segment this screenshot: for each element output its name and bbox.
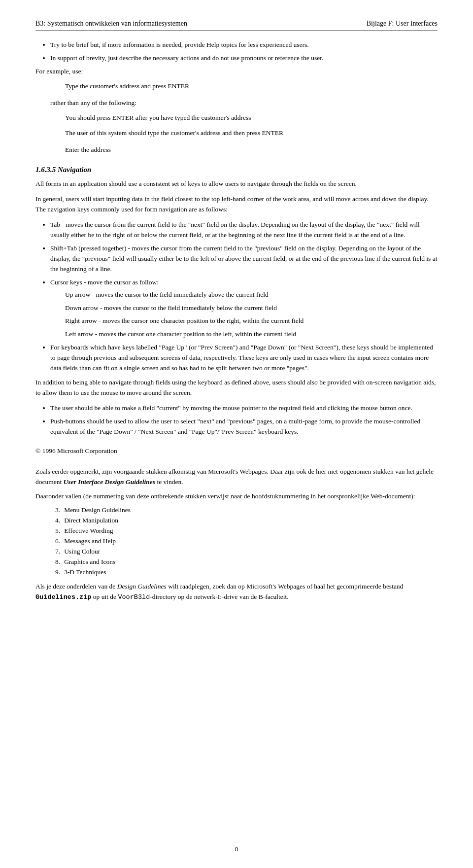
list-item: 3. Menu Design Guidelines [55,505,131,516]
cursor-keys-sublist: Up arrow - moves the cursor to the field… [65,290,438,340]
section-p1: All forms in an application should use a… [35,179,438,189]
section-title: Navigation [58,166,91,174]
example-use: Type the customer's address and press EN… [65,80,438,92]
header-left: B3: Systematisch ontwikkelen van informa… [35,20,187,28]
list-item: Try to be brief but, if more information… [50,40,438,50]
page-header: B3: Systematisch ontwikkelen van informa… [35,20,438,31]
nav-p3-bullet-list: The user should be able to make a field … [50,403,438,437]
dutch-section: Zoals eerder opgemerkt, zijn voorgaande … [35,467,438,603]
list-item: Left arrow - moves the cursor one charac… [65,329,438,340]
numbered-list-table: 3. Menu Design Guidelines 4. Direct Mani… [55,505,131,577]
list-item: 9. 3-D Techniques [55,567,131,578]
list-item: In support of brevity, just describe the… [50,53,438,64]
dutch-p3: Als je deze onderdelen van de Design Gui… [35,582,438,603]
page-number: 8 [235,845,238,853]
dutch-p1: Zoals eerder opgemerkt, zijn voorgaande … [35,467,438,487]
example-block: Type the customer's address and press EN… [65,80,438,156]
list-item: Shift+Tab (pressed together) - moves the… [50,243,438,275]
list-item: 4. Direct Manipulation [55,516,131,526]
header-right: Bijlage F: User Interfaces [367,20,438,28]
list-item: Right arrow - moves the cursor one chara… [65,316,438,326]
list-item: Down arrow - moves the cursor to the fie… [65,303,438,313]
list-item: 8. Graphics and Icons [55,557,131,567]
example-bad-3: Enter the address [65,144,438,156]
for-example-label: For example, use: [35,68,438,75]
example-bad-2: The user of this system should type the … [65,127,438,139]
list-item: Up arrow - moves the cursor to the field… [65,290,438,300]
example-bad-1: You should press ENTER after you have ty… [65,112,438,124]
list-item: For keyboards which have keys labelled "… [50,343,438,374]
page-footer: 8 [0,845,473,853]
section-p2: In general, users will start inputting d… [35,194,438,215]
list-item: The user should be able to make a field … [50,403,438,414]
list-item: Push-buttons should be used to allow the… [50,417,438,437]
nav-bullet-list: Tab - moves the cursor from the current … [50,220,438,374]
rather-than-label: rather than any of the following: [50,97,438,109]
dutch-p2: Daaronder vallen (de nummering van deze … [35,491,438,502]
list-item: 6. Messages and Help [55,536,131,547]
list-item: Tab - moves the cursor from the current … [50,220,438,241]
list-item: 5. Effective Wording [55,526,131,536]
intro-bullet-list: Try to be brief but, if more information… [50,40,438,64]
copyright: © 1996 Microsoft Corporation [35,447,438,455]
list-item: 7. Using Colour [55,547,131,557]
nav-p3: In addition to being able to navigate th… [35,378,438,398]
section-heading: 1.6.3.5 Navigation [35,166,438,174]
list-item: Cursor keys - move the cursor as follow:… [50,278,438,340]
